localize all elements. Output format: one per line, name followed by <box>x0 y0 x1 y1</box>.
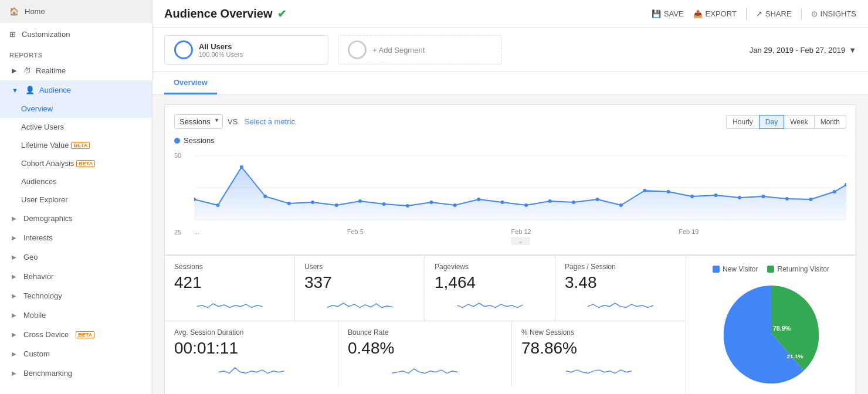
date-range-label: Jan 29, 2019 - Feb 27, 2019 <box>750 46 845 55</box>
time-buttons: Hourly Day Week Month <box>727 115 846 129</box>
technology-label: Technology <box>23 291 62 300</box>
sidebar-item-benchmarking[interactable]: ▶ Benchmarking <box>0 364 152 383</box>
sidebar-item-realtime[interactable]: ▶ ⏱ Realtime <box>0 61 152 80</box>
sidebar-item-cross-device[interactable]: ▶ Cross Device BETA <box>0 325 152 344</box>
export-icon: 📤 <box>693 9 703 18</box>
sparkline-users <box>304 296 415 312</box>
chevron-technology: ▶ <box>12 293 16 299</box>
share-label: SHARE <box>765 9 792 18</box>
add-segment-button[interactable]: + Add Segment <box>338 35 502 64</box>
metric-card-avg-session: Avg. Session Duration 00:01:11 <box>165 321 338 386</box>
chart-controls: Sessions VS. Select a metric Hourly Day … <box>174 114 846 129</box>
grid-icon: ⊞ <box>9 30 16 39</box>
svg-point-8 <box>311 201 314 204</box>
topbar-divider <box>746 8 747 20</box>
date-range-arrow: ▼ <box>849 46 856 55</box>
clock-icon: ⏱ <box>23 66 31 75</box>
save-label: SAVE <box>664 9 684 18</box>
insights-icon: ⊙ <box>811 9 818 18</box>
sidebar-item-mobile[interactable]: ▶ Mobile <box>0 305 152 325</box>
page-title-text: Audience Overview <box>164 7 273 21</box>
geo-label: Geo <box>23 253 38 261</box>
svg-point-11 <box>382 202 385 206</box>
svg-point-15 <box>477 198 480 201</box>
lifetime-value-beta: BETA <box>71 142 90 149</box>
pie-legend-new: New Visitor <box>713 265 758 273</box>
sidebar-customization-label: Customization <box>22 30 70 39</box>
svg-point-17 <box>524 203 528 207</box>
segment-all-users[interactable]: All Users 100.00% Users <box>164 35 328 64</box>
chevron-interests: ▶ <box>12 235 16 241</box>
metric-value-pageviews: 1,464 <box>435 273 545 292</box>
svg-point-19 <box>572 201 575 204</box>
active-users-label: Active Users <box>21 123 64 131</box>
main-content: Audience Overview ✔ 💾 SAVE 📤 EXPORT ↗ SH… <box>152 0 868 394</box>
sidebar-item-demographics[interactable]: ▶ Demographics <box>0 209 152 228</box>
date-range-picker[interactable]: Jan 29, 2019 - Feb 27, 2019 ▼ <box>750 46 856 55</box>
cohort-beta: BETA <box>76 160 95 167</box>
sidebar-item-customization[interactable]: ⊞ Customization <box>0 23 152 46</box>
sidebar-sub-item-active-users[interactable]: Active Users <box>0 118 152 136</box>
sidebar-item-behavior[interactable]: ▶ Behavior <box>0 267 152 286</box>
metric-value-pages-session: 3.48 <box>565 273 676 292</box>
behavior-label: Behavior <box>23 272 53 281</box>
sidebar-sub-item-audiences[interactable]: Audiences <box>0 172 152 191</box>
sidebar-item-audience[interactable]: ▼ 👤 Audience <box>0 80 152 100</box>
x-label-feb12: Feb 12 <box>511 228 531 235</box>
demographics-label: Demographics <box>23 214 73 223</box>
metric-card-new-sessions: % New Sessions 78.86% <box>512 321 686 386</box>
export-button[interactable]: 📤 EXPORT <box>693 9 737 18</box>
sidebar-item-geo[interactable]: ▶ Geo <box>0 247 152 267</box>
sparkline-bounce-rate <box>348 361 502 378</box>
benchmarking-label: Benchmarking <box>23 369 72 378</box>
sidebar-sub-item-user-explorer[interactable]: User Explorer <box>0 191 152 209</box>
sidebar-sub-item-cohort[interactable]: Cohort Analysis BETA <box>0 154 152 172</box>
metric-card-users: Users 337 <box>295 256 425 321</box>
time-btn-month[interactable]: Month <box>814 115 846 129</box>
y-axis: 50 25 0 <box>174 150 191 245</box>
reports-section-label: REPORTS <box>0 46 152 61</box>
chevron-cross-device: ▶ <box>12 331 16 338</box>
metric-title-pages-session: Pages / Session <box>565 263 676 271</box>
metric-title-pageviews: Pageviews <box>435 263 545 271</box>
sidebar-item-home[interactable]: 🏠 Home <box>0 0 152 23</box>
sidebar-item-interests[interactable]: ▶ Interests <box>0 228 152 247</box>
mobile-label: Mobile <box>23 311 46 320</box>
realtime-label: Realtime <box>36 66 66 75</box>
time-btn-hourly[interactable]: Hourly <box>726 115 760 129</box>
metric-card-bounce-rate: Bounce Rate 0.48% <box>338 321 512 386</box>
custom-label: Custom <box>23 349 50 358</box>
pie-legend-returning: Returning Visitor <box>767 265 829 273</box>
tab-overview[interactable]: Overview <box>164 72 217 94</box>
segment-area: All Users 100.00% Users + Add Segment <box>164 35 750 64</box>
save-button[interactable]: 💾 SAVE <box>652 9 684 18</box>
insights-button[interactable]: ⊙ INSIGHTS <box>811 9 856 18</box>
svg-point-21 <box>619 203 623 207</box>
sessions-chart <box>194 150 846 226</box>
sidebar-item-custom[interactable]: ▶ Custom <box>0 344 152 364</box>
pie-chart: 78.9% 21.1% <box>718 280 824 386</box>
svg-point-14 <box>453 203 457 207</box>
sidebar-item-technology[interactable]: ▶ Technology <box>0 286 152 305</box>
x-axis-labels: ... Feb 5 Feb 12 Feb 19 <box>194 226 846 235</box>
metric-title-bounce-rate: Bounce Rate <box>348 328 502 337</box>
share-button[interactable]: ↗ SHARE <box>756 9 792 18</box>
time-btn-week[interactable]: Week <box>784 115 814 129</box>
new-pct-label: 78.9% <box>772 325 791 332</box>
segment-circle-all-users <box>174 40 193 59</box>
metric-title-users: Users <box>304 263 415 271</box>
sidebar: 🏠 Home ⊞ Customization REPORTS ▶ ⏱ Realt… <box>0 0 152 394</box>
chart-container: Sessions VS. Select a metric Hourly Day … <box>164 104 856 255</box>
home-icon: 🏠 <box>9 7 19 16</box>
metric-select[interactable]: Sessions <box>174 114 223 129</box>
sidebar-sub-item-overview[interactable]: Overview <box>0 100 152 118</box>
time-btn-day[interactable]: Day <box>759 115 784 129</box>
sidebar-sub-item-lifetime-value[interactable]: Lifetime Value BETA <box>0 136 152 154</box>
chevron-demographics: ▶ <box>12 215 16 222</box>
user-explorer-label: User Explorer <box>21 195 67 204</box>
metric-value-bounce-rate: 0.48% <box>348 339 502 358</box>
svg-point-26 <box>738 196 741 199</box>
select-metric-link[interactable]: Select a metric <box>245 117 295 126</box>
cohort-label: Cohort Analysis <box>21 159 74 168</box>
chevron-mobile: ▶ <box>12 312 16 318</box>
